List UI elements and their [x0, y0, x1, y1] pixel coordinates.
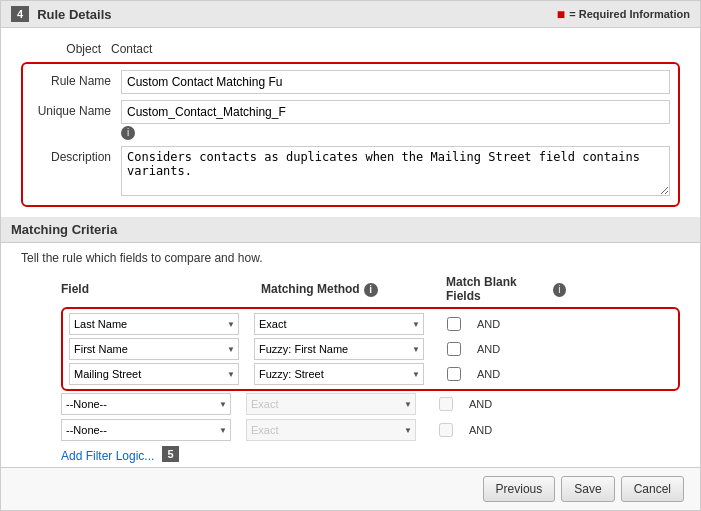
and-label-5: AND [469, 424, 492, 436]
object-label: Object [21, 38, 111, 56]
method-info-icon[interactable]: i [364, 283, 378, 297]
method-select-3[interactable]: Fuzzy: Street [254, 363, 424, 385]
unique-name-info-icon[interactable]: i [121, 126, 135, 140]
step-5-badge: 5 [162, 446, 178, 462]
field-select-4[interactable]: --None-- [61, 393, 231, 415]
cancel-button[interactable]: Cancel [621, 476, 684, 502]
criteria-row-5: --None-- Exact AND [61, 419, 680, 441]
method-select-5[interactable]: Exact [246, 419, 416, 441]
step-4-badge: 4 [11, 6, 29, 22]
criteria-row-4: --None-- Exact AND [61, 393, 680, 415]
unique-name-label: Unique Name [31, 100, 121, 118]
method-col-header: Matching Method i [261, 281, 436, 297]
method-select-4[interactable]: Exact [246, 393, 416, 415]
add-filter-link[interactable]: Add Filter Logic... [61, 449, 154, 463]
required-dot: ■ [557, 6, 565, 22]
criteria-row-2: First Name Fuzzy: First Name [69, 338, 672, 360]
rule-name-label: Rule Name [31, 70, 121, 88]
blank-checkbox-2[interactable] [447, 342, 461, 356]
field-select-1[interactable]: Last Name [69, 313, 239, 335]
match-blank-col-header: Match Blank Fields [446, 275, 549, 303]
criteria-row-1: Last Name Exact [69, 313, 672, 335]
and-label-1: AND [477, 318, 500, 330]
and-label-2: AND [477, 343, 500, 355]
description-label: Description [31, 146, 121, 164]
and-label-3: AND [477, 368, 500, 380]
rule-details-header: 4 Rule Details ■ = Required Information [1, 1, 700, 28]
required-info: ■ = Required Information [557, 6, 690, 22]
blank-checkbox-5[interactable] [439, 423, 453, 437]
matching-criteria-title: Matching Criteria [11, 222, 117, 237]
method-select-2[interactable]: Fuzzy: First Name [254, 338, 424, 360]
unique-name-input[interactable] [121, 100, 670, 124]
blank-checkbox-3[interactable] [447, 367, 461, 381]
rule-name-input[interactable] [121, 70, 670, 94]
method-select-1[interactable]: Exact [254, 313, 424, 335]
description-textarea[interactable]: Considers contacts as duplicates when th… [121, 146, 670, 196]
and-label-4: AND [469, 398, 492, 410]
object-value: Contact [111, 38, 680, 56]
field-select-3[interactable]: Mailing Street [69, 363, 239, 385]
footer: Previous Save Cancel [1, 467, 700, 510]
matching-hint: Tell the rule which fields to compare an… [21, 251, 680, 265]
matching-criteria-header: Matching Criteria [1, 217, 700, 243]
match-blank-info-icon[interactable]: i [553, 283, 566, 297]
field-select-5[interactable]: --None-- [61, 419, 231, 441]
blank-checkbox-1[interactable] [447, 317, 461, 331]
required-info-text: = Required Information [569, 8, 690, 20]
previous-button[interactable]: Previous [483, 476, 556, 502]
field-select-2[interactable]: First Name [69, 338, 239, 360]
criteria-row-3: Mailing Street Fuzzy: Street [69, 363, 672, 385]
rule-details-title: Rule Details [37, 7, 111, 22]
field-col-header: Field [61, 282, 251, 296]
blank-checkbox-4[interactable] [439, 397, 453, 411]
save-button[interactable]: Save [561, 476, 614, 502]
